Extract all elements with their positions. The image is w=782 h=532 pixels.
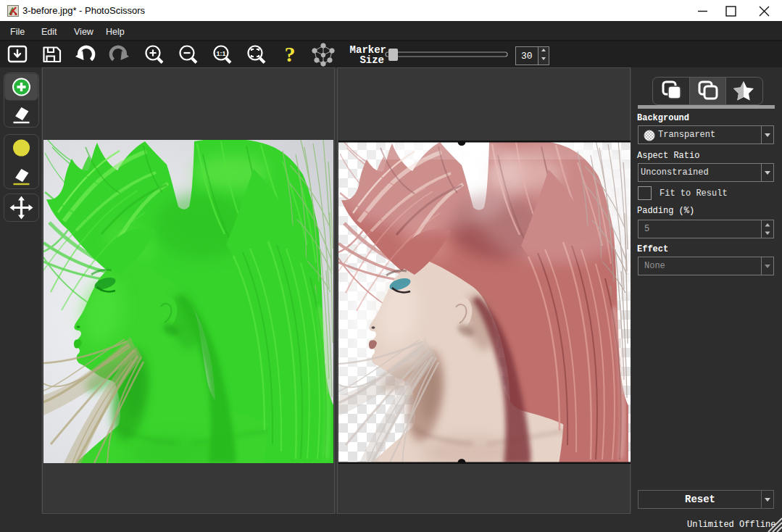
svg-text:30: 30 xyxy=(521,51,533,62)
svg-text:?: ? xyxy=(285,42,296,66)
svg-text:1:1: 1:1 xyxy=(216,50,225,57)
svg-text:Size: Size xyxy=(359,54,384,66)
